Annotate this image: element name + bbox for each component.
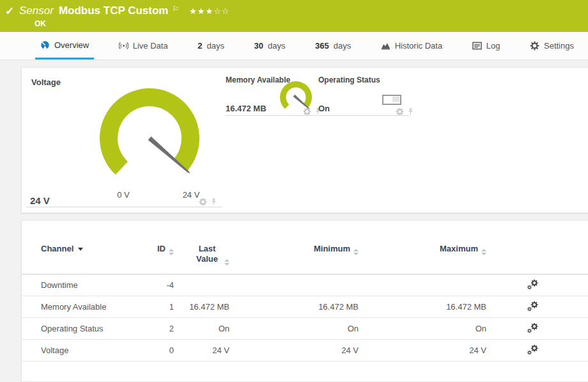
tab-live-data[interactable]: Live Data (114, 32, 173, 60)
divider (26, 207, 222, 207)
cell-maximum: On (362, 324, 490, 333)
toggle-knob (392, 97, 399, 102)
channel-settings-icon[interactable] (526, 344, 539, 356)
tab-30-days[interactable]: 30 days (249, 32, 291, 60)
gear-icon (530, 41, 539, 51)
status-badge: OK (35, 19, 588, 28)
channel-settings-icon[interactable] (526, 278, 539, 290)
tab-number: 30 (254, 41, 263, 51)
sort-icon (481, 249, 486, 255)
tab-number: 2 (197, 41, 202, 51)
cell-minimum: On (234, 324, 362, 333)
operating-status-toggle (382, 95, 401, 105)
pin-icon[interactable] (210, 198, 218, 206)
gauges-panel: Voltage 0 V 24 V 24 V Memory Available 1… (21, 67, 588, 213)
table-row: Operating Status 2 On On On (22, 318, 588, 340)
operating-status-title: Operating Status (318, 76, 380, 84)
chart-icon (381, 41, 391, 51)
column-header-channel[interactable]: Channel (41, 244, 150, 253)
cell-id: 2 (150, 324, 175, 333)
tab-label: Settings (544, 41, 574, 51)
column-label: ID (157, 244, 166, 253)
memory-gauge-block: Memory Available 16.472 MB (224, 72, 317, 130)
column-header-maximum[interactable]: Maximum (362, 244, 490, 255)
column-header-id[interactable]: ID (150, 244, 175, 255)
tab-label: Historic Data (395, 41, 442, 51)
cell-channel[interactable]: Voltage (41, 346, 150, 355)
tab-settings[interactable]: Settings (525, 32, 579, 60)
cell-channel[interactable]: Memory Available (41, 302, 150, 312)
table-row: Voltage 0 24 V 24 V 24 V (22, 340, 588, 362)
cell-maximum: 16.472 MB (362, 302, 490, 312)
table-row: Memory Available 1 16.472 MB 16.472 MB 1… (22, 296, 588, 318)
divider (226, 115, 317, 116)
table-header: Channel ID Last Value Minimum Maximum (22, 221, 588, 275)
priority-rating[interactable]: ★★★☆☆ (189, 6, 229, 16)
table-row: Downtime -4 (22, 275, 588, 296)
stars-empty: ☆☆ (213, 6, 229, 16)
gauge-icon (40, 40, 50, 50)
tab-365-days[interactable]: 365 days (310, 32, 356, 60)
tab-bar: Overview Live Data 2 days 30 days 365 (0, 32, 588, 60)
gear-icon[interactable] (199, 198, 207, 206)
channel-settings-icon[interactable] (526, 300, 539, 312)
stars-filled: ★★★ (189, 6, 213, 16)
flag-icon[interactable]: ⚐ (172, 4, 179, 13)
tab-historic-data[interactable]: Historic Data (376, 32, 447, 60)
tab-2-days[interactable]: 2 days (192, 32, 229, 60)
tab-overview[interactable]: Overview (35, 32, 94, 60)
operating-status-value: On (318, 104, 330, 113)
tab-label: days (206, 41, 224, 51)
voltage-gauge-block: Voltage 0 V 24 V 24 V (25, 72, 223, 209)
cell-id: 1 (150, 302, 175, 312)
cell-channel[interactable]: Operating Status (41, 324, 150, 333)
cell-minimum: 24 V (234, 346, 362, 355)
column-label: Last Value (193, 244, 221, 264)
cell-last-value: 16.472 MB (175, 302, 234, 312)
voltage-title: Voltage (31, 77, 61, 87)
tab-label: Live Data (133, 41, 168, 51)
cell-id: -4 (150, 280, 175, 290)
sort-icon (353, 249, 359, 255)
tab-label: days (268, 41, 285, 51)
column-header-minimum[interactable]: Minimum (234, 244, 362, 255)
broadcast-icon (119, 41, 128, 51)
divider (318, 115, 410, 116)
tab-number: 365 (315, 41, 329, 51)
sort-desc-icon (78, 248, 83, 251)
sensor-kind-label: Sensor (19, 4, 54, 17)
cell-last-value: 24 V (175, 346, 234, 355)
prtg-sensor-page: ✓ Sensor Modbus TCP Custom ⚐ ★★★☆☆ OK Ov… (0, 0, 588, 382)
cell-last-value: On (175, 324, 234, 333)
tab-label: Overview (54, 40, 89, 50)
column-label: Channel (41, 244, 74, 253)
sensor-header: ✓ Sensor Modbus TCP Custom ⚐ ★★★☆☆ OK (0, 0, 588, 32)
cell-id: 0 (150, 346, 175, 355)
sensor-title-block: Sensor Modbus TCP Custom ⚐ ★★★☆☆ OK (0, 0, 588, 28)
voltage-value: 24 V (30, 195, 50, 206)
channels-panel: Channel ID Last Value Minimum Maximum Do… (21, 220, 588, 382)
channel-settings-icon[interactable] (526, 322, 539, 334)
gauge-min-label: 0 V (109, 190, 137, 200)
sort-icon (169, 249, 174, 255)
operating-status-block: Operating Status On (317, 72, 419, 130)
column-label: Minimum (314, 244, 350, 253)
page-title: Modbus TCP Custom (59, 4, 169, 17)
column-label: Maximum (440, 244, 478, 253)
column-header-last-value[interactable]: Last Value (175, 244, 234, 266)
sort-icon (224, 259, 229, 266)
log-icon (472, 41, 482, 51)
tab-label: Log (486, 41, 500, 51)
cell-minimum: 16.472 MB (234, 302, 362, 312)
voltage-gauge (95, 84, 204, 193)
tab-label: days (334, 41, 351, 51)
cell-maximum: 24 V (362, 346, 490, 355)
memory-value: 16.472 MB (226, 104, 267, 113)
status-check-icon: ✓ (5, 4, 14, 18)
tab-log[interactable]: Log (467, 32, 506, 60)
cell-channel[interactable]: Downtime (41, 280, 150, 290)
